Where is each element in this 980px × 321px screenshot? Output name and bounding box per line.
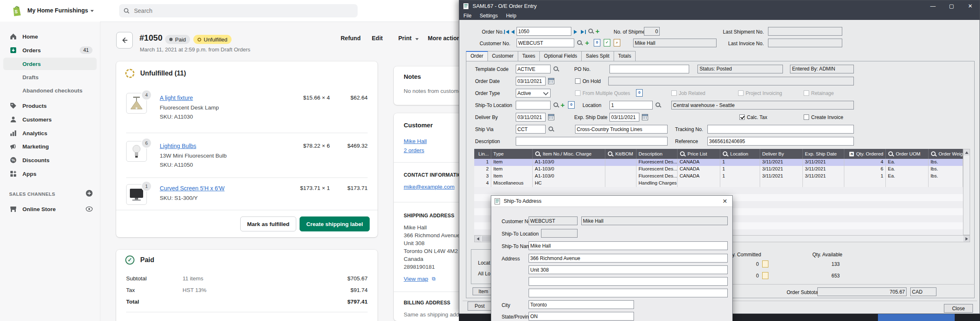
dlg-address-line-1-input[interactable] [529, 254, 728, 263]
ship-via-input[interactable] [516, 125, 546, 134]
column-header-6[interactable]: Price List [678, 149, 720, 159]
drilldown-note-icon[interactable] [762, 272, 768, 279]
minimize-button[interactable]: — [924, 0, 942, 12]
grid-row-3[interactable]: 3ItemA1-103/0Fluorescent Des...CANADA13/… [474, 173, 963, 180]
menu-file[interactable]: File [459, 13, 475, 19]
new-ship-to-plus-icon[interactable]: + [561, 102, 565, 108]
po-no-input[interactable] [609, 65, 689, 73]
create-shipping-label-button[interactable]: Create shipping label [300, 216, 370, 231]
customer-inquiry-icon[interactable]: ⌕ [614, 39, 620, 46]
ship-to-drilldown-icon[interactable]: 0 [568, 101, 575, 109]
sidebar-item-home[interactable]: Home [3, 30, 97, 43]
global-search[interactable] [119, 4, 358, 17]
store-name[interactable]: My Home Furnishings [27, 7, 88, 14]
column-header-8[interactable]: Deliver By [760, 149, 803, 159]
location-input[interactable] [609, 101, 653, 109]
customer-drilldown-icon[interactable]: 0 [594, 39, 600, 46]
deliver-by-calendar-icon[interactable] [548, 114, 554, 120]
customer-name-link[interactable]: Mike Hall [404, 138, 427, 144]
ship-via-finder-search-icon[interactable] [548, 126, 554, 132]
on-hold-checkbox[interactable] [575, 78, 580, 84]
search-input[interactable] [133, 7, 342, 15]
column-header-9[interactable]: Exp. Ship Date [803, 149, 844, 159]
dlg-city-input[interactable] [529, 300, 634, 309]
maximize-button[interactable]: ▢ [942, 0, 961, 12]
refund-button[interactable]: Refund [341, 35, 361, 41]
customer-email-link[interactable]: mike@example.com [404, 184, 455, 190]
close-window-button[interactable]: ✕ [961, 0, 980, 12]
customer-finder-search-icon[interactable] [577, 40, 583, 46]
back-button[interactable] [116, 32, 133, 49]
tab-order[interactable]: Order [466, 51, 488, 61]
column-header-11[interactable]: Order UOM [886, 149, 929, 159]
column-header-2[interactable]: Type [491, 149, 533, 159]
dlg-address-line-2-input[interactable] [529, 265, 728, 274]
post-button[interactable]: Post [468, 302, 492, 311]
edit-button[interactable]: Edit [372, 35, 383, 41]
column-header-7[interactable]: Location [720, 149, 760, 159]
deliver-by-input[interactable] [516, 113, 546, 122]
dlg-address-line-3-input[interactable] [529, 277, 728, 286]
sidebar-item-apps[interactable]: Apps [3, 168, 97, 180]
last-record-button[interactable] [581, 29, 586, 35]
mark-as-fulfilled-button[interactable]: Mark as fulfilled [240, 216, 296, 231]
sidebar-item-analytics[interactable]: Analytics [3, 127, 97, 139]
create-invoice-checkbox[interactable] [804, 114, 809, 120]
dlg-state-input[interactable] [529, 312, 634, 321]
customer-orders-link[interactable]: 2 orders [404, 147, 424, 153]
drilldown-note-icon[interactable] [762, 260, 768, 268]
close-button[interactable]: Close [944, 304, 973, 313]
sidebar-item-orders-sub[interactable]: Orders [3, 58, 97, 70]
exp-ship-date-input[interactable] [609, 113, 639, 122]
tracking-no-input[interactable] [707, 125, 854, 134]
taskbar-active-item[interactable] [878, 314, 955, 321]
more-actions-button[interactable]: More actions [428, 35, 463, 41]
order-no-input[interactable] [517, 27, 571, 36]
dlg-address-line-4-input[interactable] [529, 289, 728, 297]
grid-row-1[interactable]: 1ItemA1-103/0Fluorescent Des...CANADA13/… [474, 159, 963, 166]
ship-via-name-input[interactable] [575, 125, 668, 134]
sidebar-item-discounts[interactable]: % Discounts [3, 154, 97, 166]
dlg-ship-to-name-input[interactable] [529, 241, 728, 250]
tab-sales-split[interactable]: Sales Split [582, 51, 614, 61]
next-record-button[interactable] [574, 29, 577, 35]
new-customer-plus-icon[interactable]: + [585, 40, 589, 46]
location-finder-search-icon[interactable] [655, 102, 661, 108]
order-date-input[interactable] [516, 77, 546, 85]
grid-vertical-scrollbar[interactable] [963, 149, 970, 235]
template-finder-search-icon[interactable] [553, 66, 559, 72]
view-map-link[interactable]: View map [404, 276, 428, 282]
tab-optional-fields[interactable]: Optional Fields [540, 51, 582, 61]
customer-verify-icon[interactable]: ✓ [604, 39, 610, 46]
menu-settings[interactable]: Settings [475, 13, 502, 19]
sidebar-item-online-store[interactable]: Online Store [3, 203, 97, 215]
view-online-store-eye-icon[interactable] [85, 206, 93, 212]
quotes-drilldown-icon[interactable]: 0 [636, 89, 643, 97]
previous-record-button[interactable] [511, 29, 514, 35]
grid-row-2[interactable]: 2ItemA1-103/0Fluorescent Des...CANADA13/… [474, 166, 963, 173]
item-title-link[interactable]: A light fixture [160, 95, 193, 101]
calc-tax-checkbox[interactable] [739, 114, 745, 120]
first-record-button[interactable] [504, 29, 509, 35]
scroll-left-icon[interactable] [475, 236, 481, 242]
item-title-link[interactable]: Curved Screen 5'H x 6'W [160, 185, 224, 192]
column-header-12[interactable]: Order Weigh [929, 149, 963, 159]
tab-customer[interactable]: Customer [488, 51, 518, 61]
description-input[interactable] [516, 137, 668, 146]
column-header-5[interactable]: Description [636, 149, 678, 159]
add-sales-channel-icon[interactable] [85, 190, 93, 197]
ship-to-finder-search-icon[interactable] [553, 102, 559, 108]
sidebar-item-orders[interactable]: Orders 41 [3, 44, 97, 56]
menu-help[interactable]: Help [502, 13, 521, 19]
scroll-right-icon[interactable] [963, 236, 970, 242]
oe-title-bar[interactable]: SAML67 - O/E Order Entry — ▢ ✕ [459, 0, 980, 12]
order-date-calendar-icon[interactable] [548, 78, 554, 84]
column-header-4[interactable]: Kit/BOM [605, 149, 636, 159]
ship-to-location-input[interactable] [516, 101, 551, 109]
column-header-1[interactable]: Lin... [474, 149, 491, 159]
tab-totals[interactable]: Totals [614, 51, 636, 61]
item-title-link[interactable]: Lighting Bulbs [160, 143, 196, 149]
order-finder-search-icon[interactable] [588, 28, 594, 34]
reference-input[interactable] [707, 137, 854, 146]
sidebar-item-customers[interactable]: Customers [3, 113, 97, 126]
